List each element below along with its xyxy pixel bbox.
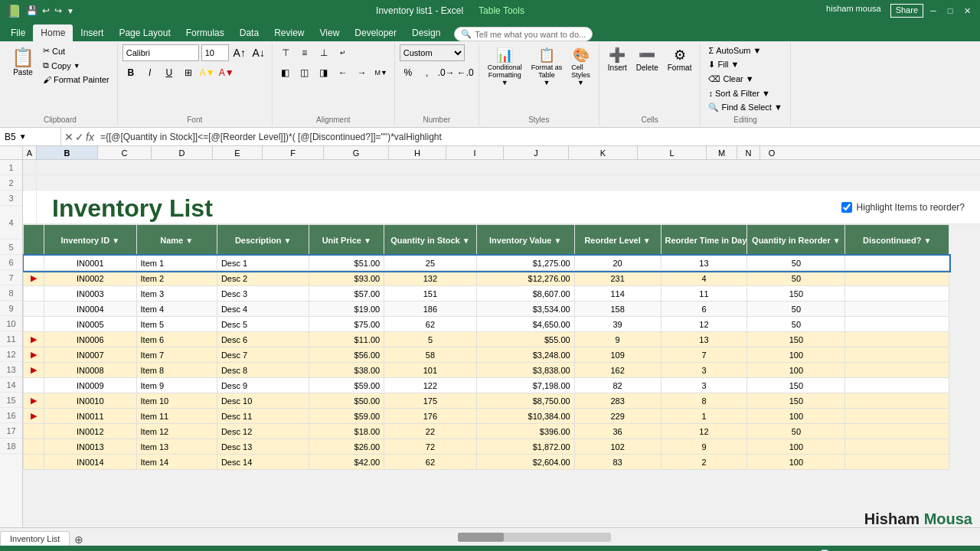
comma-button[interactable]: , xyxy=(419,64,436,81)
col-header-e[interactable]: E xyxy=(213,146,263,159)
table-row[interactable]: ▶IN0011Item 11Desc 11$59.00176$10,384.00… xyxy=(24,409,949,424)
tell-me-input[interactable]: 🔍 Tell me what you want to do... xyxy=(454,27,593,41)
qty-cell[interactable]: 58 xyxy=(384,347,476,363)
discontinued-cell[interactable] xyxy=(845,317,949,332)
qty-reorder-cell[interactable]: 100 xyxy=(747,347,845,363)
desc-cell[interactable]: Desc 11 xyxy=(217,409,309,424)
id-cell[interactable]: IN0013 xyxy=(44,439,136,455)
format-as-table-button[interactable]: 📋 Format asTable ▼ xyxy=(528,44,567,89)
qty-cell[interactable]: 62 xyxy=(384,317,476,332)
reorder-days-cell[interactable]: 3 xyxy=(661,378,747,393)
col-header-h[interactable]: H xyxy=(389,146,446,159)
reorder-days-cell[interactable]: 12 xyxy=(661,317,747,332)
value-cell[interactable]: $55.00 xyxy=(476,332,574,347)
merge-center-button[interactable]: M▼ xyxy=(373,64,390,81)
col-header-n[interactable]: N xyxy=(737,146,760,159)
confirm-formula-icon[interactable]: ✓ xyxy=(75,131,84,143)
id-cell[interactable]: IN0009 xyxy=(44,378,136,393)
id-cell[interactable]: IN0003 xyxy=(44,286,136,302)
col-header-k[interactable]: K xyxy=(569,146,638,159)
col-header-d[interactable]: D xyxy=(152,146,213,159)
quick-access-more[interactable]: ▼ xyxy=(67,7,74,15)
quick-access-undo[interactable]: ↩ xyxy=(42,5,50,16)
col-header-m[interactable]: M xyxy=(707,146,737,159)
qty-cell[interactable]: 5 xyxy=(384,332,476,347)
name-cell[interactable]: Item 3 xyxy=(136,286,217,302)
cut-button[interactable]: ✂ Cut xyxy=(40,44,113,57)
header-name[interactable]: Name ▼ xyxy=(136,225,217,256)
price-cell[interactable]: $11.00 xyxy=(309,332,384,347)
cell-reference-box[interactable]: B5 ▼ xyxy=(0,128,61,145)
id-cell[interactable]: IN0008 xyxy=(44,363,136,378)
minimize-button[interactable]: ─ xyxy=(926,4,940,18)
price-cell[interactable]: $51.00 xyxy=(309,256,384,271)
table-row[interactable]: ▶IN0010Item 10Desc 10$50.00175$8,750.002… xyxy=(24,393,949,409)
col-header-j[interactable]: J xyxy=(504,146,569,159)
font-name-input[interactable] xyxy=(122,44,199,61)
price-cell[interactable]: $38.00 xyxy=(309,363,384,378)
desc-cell[interactable]: Desc 7 xyxy=(217,347,309,363)
reorder-days-cell[interactable]: 13 xyxy=(661,256,747,271)
qty-reorder-cell[interactable]: 50 xyxy=(747,424,845,439)
price-cell[interactable]: $56.00 xyxy=(309,347,384,363)
table-row[interactable]: ▶IN0006Item 6Desc 6$11.005$55.00913150 xyxy=(24,332,949,347)
discontinued-cell[interactable] xyxy=(845,286,949,302)
header-id[interactable]: Inventory ID ▼ xyxy=(44,225,136,256)
tab-design[interactable]: Design xyxy=(404,24,448,41)
qty-reorder-cell[interactable]: 50 xyxy=(747,317,845,332)
desc-cell[interactable]: Desc 1 xyxy=(217,256,309,271)
header-inv-value[interactable]: Inventory Value ▼ xyxy=(476,225,574,256)
horizontal-scrollbar[interactable] xyxy=(88,533,980,542)
desc-cell[interactable]: Desc 2 xyxy=(217,271,309,286)
reorder-level-cell[interactable]: 162 xyxy=(574,363,661,378)
scrollbar-track[interactable] xyxy=(458,533,611,542)
desc-cell[interactable]: Desc 8 xyxy=(217,363,309,378)
formula-content[interactable]: ={[@[Quantity in Stock]]<=[@[Reorder Lev… xyxy=(97,132,980,142)
name-cell[interactable]: Item 8 xyxy=(136,363,217,378)
reorder-level-cell[interactable]: 36 xyxy=(574,424,661,439)
col-header-g[interactable]: G xyxy=(324,146,389,159)
discontinued-cell[interactable] xyxy=(845,363,949,378)
discontinued-cell[interactable] xyxy=(845,347,949,363)
reorder-level-cell[interactable]: 114 xyxy=(574,286,661,302)
tab-developer[interactable]: Developer xyxy=(347,24,404,41)
price-cell[interactable]: $50.00 xyxy=(309,393,384,409)
id-cell[interactable]: IN0001 xyxy=(44,256,136,271)
table-row[interactable]: IN0005Item 5Desc 5$75.0062$4,650.0039125… xyxy=(24,317,949,332)
col-header-b[interactable]: B xyxy=(37,146,98,159)
copy-button[interactable]: ⧉ Copy ▼ xyxy=(40,59,113,72)
align-left-button[interactable]: ◧ xyxy=(277,64,294,81)
qty-cell[interactable]: 175 xyxy=(384,393,476,409)
name-cell[interactable]: Item 2 xyxy=(136,271,217,286)
value-cell[interactable]: $2,604.00 xyxy=(476,455,574,470)
qty-reorder-cell[interactable]: 50 xyxy=(747,256,845,271)
tab-file[interactable]: File xyxy=(3,24,33,41)
share-button[interactable]: Share xyxy=(890,4,923,18)
table-row[interactable]: IN0012Item 12Desc 12$18.0022$396.0036125… xyxy=(24,424,949,439)
discontinued-cell[interactable] xyxy=(845,393,949,409)
cell-ref-dropdown[interactable]: ▼ xyxy=(19,132,27,141)
increase-indent-button[interactable]: → xyxy=(354,64,371,81)
bold-button[interactable]: B xyxy=(122,64,139,81)
price-cell[interactable]: $59.00 xyxy=(309,409,384,424)
value-cell[interactable]: $8,750.00 xyxy=(476,393,574,409)
qty-cell[interactable]: 132 xyxy=(384,271,476,286)
qty-cell[interactable]: 176 xyxy=(384,409,476,424)
format-painter-button[interactable]: 🖌 Format Painter xyxy=(40,73,113,86)
reorder-level-cell[interactable]: 283 xyxy=(574,393,661,409)
table-row[interactable]: IN0003Item 3Desc 3$57.00151$8,607.001141… xyxy=(24,286,949,302)
price-cell[interactable]: $26.00 xyxy=(309,439,384,455)
value-cell[interactable]: $12,276.00 xyxy=(476,271,574,286)
qty-cell[interactable]: 101 xyxy=(384,363,476,378)
value-cell[interactable]: $10,384.00 xyxy=(476,409,574,424)
align-middle-button[interactable]: ≡ xyxy=(296,44,313,61)
qty-reorder-cell[interactable]: 50 xyxy=(747,271,845,286)
price-cell[interactable]: $75.00 xyxy=(309,317,384,332)
discontinued-cell[interactable] xyxy=(845,271,949,286)
highlight-checkbox[interactable] xyxy=(841,202,852,213)
qty-cell[interactable]: 151 xyxy=(384,286,476,302)
cell-styles-button[interactable]: 🎨 CellStyles ▼ xyxy=(567,44,594,89)
decrease-decimal-button[interactable]: ←.0 xyxy=(457,64,474,81)
reorder-level-cell[interactable]: 39 xyxy=(574,317,661,332)
desc-cell[interactable]: Desc 5 xyxy=(217,317,309,332)
